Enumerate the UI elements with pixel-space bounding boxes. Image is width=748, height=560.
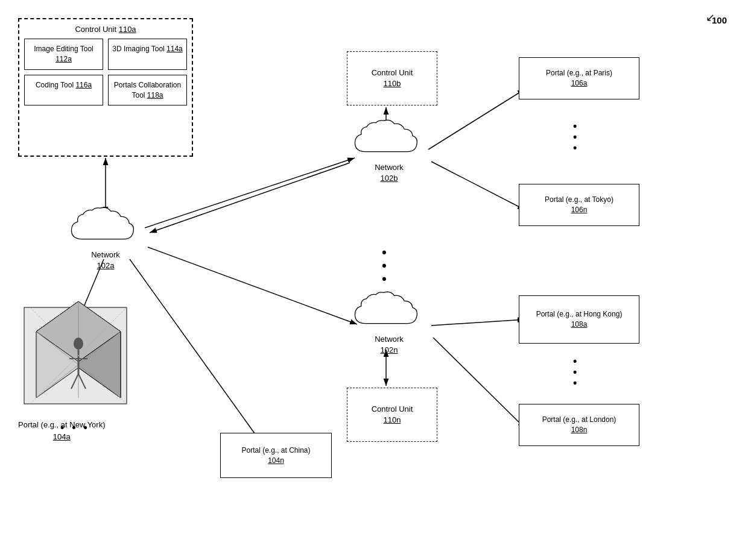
- portal-104a-cube-svg: [18, 295, 139, 416]
- portal-108a: Portal (e.g., at Hong Kong)108a: [519, 295, 639, 344]
- tools-grid: Image Editing Tool 112a 3D Imaging Tool …: [24, 39, 187, 105]
- svg-line-6: [148, 247, 357, 324]
- network-102a-cloud-svg: [60, 205, 151, 247]
- svg-line-15: [130, 259, 259, 440]
- tool-coding: Coding Tool 116a: [24, 75, 103, 106]
- tool-image-editing: Image Editing Tool 112a: [24, 39, 103, 70]
- network-102a: Network102a: [60, 205, 151, 271]
- svg-line-7: [150, 163, 350, 233]
- svg-line-5: [145, 158, 355, 228]
- control-unit-110n: Control Unit110n: [347, 388, 437, 442]
- portal-108n: Portal (e.g., at London)108n: [519, 404, 639, 446]
- dots-networks: •••: [382, 246, 388, 286]
- control-unit-110a-label: Control Unit 110a: [75, 24, 136, 35]
- portal-104a-area: [18, 295, 139, 416]
- control-unit-110a: Control Unit 110a Image Editing Tool 112…: [18, 18, 193, 157]
- control-unit-110b: Control Unit110b: [347, 51, 437, 105]
- figure-arrow-icon: ↙: [706, 11, 715, 24]
- network-102b: Network102b: [344, 118, 434, 184]
- portal-106n: Portal (e.g., at Tokyo)106n: [519, 184, 639, 226]
- svg-line-9: [431, 162, 525, 210]
- diagram: 100 ↙ Control Unit 110a Image Editing To…: [0, 0, 748, 560]
- svg-line-12: [431, 319, 525, 326]
- network-102n-cloud-svg: [344, 289, 434, 332]
- portal-104n: Portal (e.g., at China)104n: [220, 433, 332, 478]
- svg-line-8: [428, 89, 525, 149]
- svg-point-23: [74, 338, 83, 350]
- dots-portals-108: •••: [573, 356, 578, 388]
- dots-portal-ny: • • •: [60, 422, 90, 433]
- tool-portals-collab: Portals Collaboration Tool 118a: [108, 75, 187, 106]
- tool-3d-imaging: 3D Imaging Tool 114a: [108, 39, 187, 70]
- portal-106a: Portal (e.g., at Paris)106a: [519, 57, 639, 99]
- dots-portals-106: •••: [573, 121, 578, 153]
- network-102b-cloud-svg: [344, 118, 434, 160]
- network-102n: Network102n: [344, 289, 434, 356]
- svg-line-13: [433, 338, 525, 428]
